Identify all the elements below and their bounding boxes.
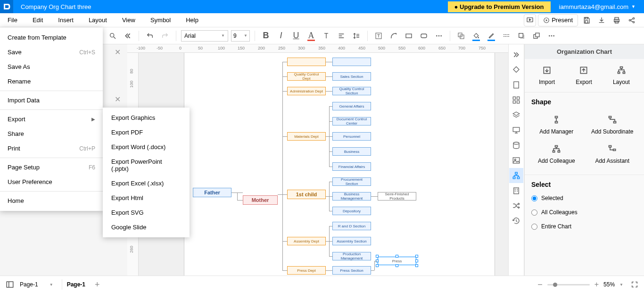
selection-handle[interactable] — [376, 255, 379, 258]
org-node[interactable]: Procurement Section — [332, 177, 371, 186]
selection-handle[interactable] — [396, 255, 398, 258]
orgchart-tool-icon[interactable] — [509, 168, 523, 183]
document-title[interactable]: Company Org Chart three — [21, 3, 91, 10]
org-node[interactable]: Press Section — [332, 266, 371, 275]
org-node[interactable]: General Affairs — [332, 102, 371, 110]
slideshow-icon[interactable] — [524, 14, 536, 26]
org-node[interactable]: Administration Dept — [287, 87, 326, 95]
expand-right-icon[interactable] — [509, 47, 523, 62]
data-tool-icon[interactable] — [509, 138, 523, 153]
export-button[interactable]: Export — [576, 66, 592, 85]
text-tool-icon[interactable] — [372, 30, 385, 42]
radio-all-colleagues-input[interactable] — [531, 209, 537, 216]
close-icon[interactable]: ✕ — [110, 48, 124, 57]
connector-tool-icon[interactable] — [388, 30, 400, 42]
export-html[interactable]: Export Html — [103, 191, 190, 205]
collapse-left-icon[interactable] — [122, 30, 134, 42]
group-icon[interactable] — [455, 30, 467, 42]
pages-panel-icon[interactable] — [6, 280, 14, 289]
font-color-button[interactable]: A — [305, 30, 317, 42]
org-node[interactable]: Quality Control Dept — [287, 72, 326, 81]
menu-help[interactable]: Help — [178, 13, 206, 27]
radio-selected-input[interactable] — [531, 195, 537, 201]
font-family-select[interactable]: Arial ▼ — [181, 30, 228, 42]
org-node[interactable]: Press Dept — [287, 266, 326, 275]
layout-button[interactable]: Layout — [613, 66, 630, 85]
add-manager-button[interactable]: Add Manager — [528, 110, 585, 140]
print-icon[interactable] — [610, 15, 623, 26]
radio-entire-chart[interactable]: Entire Chart — [525, 219, 644, 234]
org-node[interactable] — [332, 58, 371, 66]
arrange-button[interactable] — [530, 30, 543, 42]
line-spacing-button[interactable] — [350, 30, 363, 42]
org-node-father[interactable]: Father — [193, 188, 231, 197]
zoom-slider[interactable] — [547, 284, 590, 285]
menu-export[interactable]: Export▶ — [0, 112, 103, 126]
org-node[interactable]: Assembly Dept — [287, 237, 326, 245]
add-subordinate-button[interactable]: Add Subordinate — [585, 110, 641, 140]
org-node[interactable]: Document Control Center — [332, 117, 371, 126]
menu-save-as[interactable]: Save As — [0, 59, 103, 74]
import-button[interactable]: Import — [539, 66, 555, 85]
share-icon[interactable] — [625, 15, 638, 26]
shadow-button[interactable] — [515, 30, 528, 42]
menu-import-data[interactable]: Import Data — [0, 93, 103, 108]
menu-edit[interactable]: Edit — [25, 13, 50, 27]
italic-button[interactable]: I — [275, 30, 287, 42]
app-logo[interactable] — [0, 0, 13, 13]
org-node[interactable]: Business — [332, 147, 371, 156]
more-shapes-icon[interactable] — [433, 30, 445, 42]
fill-tool-icon[interactable] — [509, 62, 523, 77]
export-google-slide[interactable]: Google Slide — [103, 220, 190, 234]
zoom-out-button[interactable]: − — [537, 280, 543, 290]
menu-symbol[interactable]: Symbol — [143, 13, 178, 27]
org-node[interactable]: Financial Affairs — [332, 162, 371, 171]
org-node[interactable]: Sales Section — [332, 72, 371, 81]
add-assistant-button[interactable]: Add Assistant — [585, 140, 641, 169]
layers-tool-icon[interactable] — [509, 108, 523, 123]
menu-print[interactable]: PrintCtrl+P — [0, 141, 103, 156]
history-tool-icon[interactable] — [509, 213, 523, 228]
org-node[interactable]: Quality Control Section — [332, 87, 371, 95]
export-word[interactable]: Export Word (.docx) — [103, 140, 190, 154]
page-tab[interactable]: Page-1 — [62, 281, 90, 288]
menu-rename[interactable]: Rename — [0, 74, 103, 89]
more-icon[interactable] — [545, 30, 558, 42]
org-node[interactable]: Personnel — [332, 132, 371, 141]
org-node-child[interactable]: 1st child — [287, 190, 326, 199]
menu-view[interactable]: View — [115, 13, 143, 27]
radio-entire-chart-input[interactable] — [531, 224, 537, 230]
export-svg[interactable]: Export SVG — [103, 205, 190, 220]
font-size-select[interactable]: 9 ▼ — [231, 30, 250, 42]
export-excel[interactable]: Export Excel (.xlsx) — [103, 176, 190, 191]
export-graphics[interactable]: Export Graphics — [103, 110, 190, 125]
line-color-button[interactable] — [485, 30, 497, 42]
bold-button[interactable]: B — [260, 30, 272, 42]
radio-selected[interactable]: Selected — [525, 191, 644, 205]
menu-insert[interactable]: Insert — [50, 13, 81, 27]
export-pdf[interactable]: Export PDF — [103, 125, 190, 140]
org-node[interactable]: Business Management — [332, 192, 371, 201]
close-icon[interactable]: ✕ — [110, 95, 124, 104]
redo-icon[interactable] — [159, 30, 171, 42]
org-node[interactable]: Semi-Finished Products — [378, 192, 416, 201]
menu-create-template[interactable]: Create from Template — [0, 30, 103, 45]
menu-layout[interactable]: Layout — [81, 13, 115, 27]
underline-button[interactable]: U — [290, 30, 302, 42]
menu-file[interactable]: File — [0, 13, 25, 27]
menu-home[interactable]: Home — [0, 193, 103, 208]
org-node[interactable]: Production Management — [332, 252, 371, 260]
add-page-button[interactable]: + — [90, 280, 105, 290]
selection-handle[interactable] — [415, 255, 418, 258]
download-icon[interactable] — [595, 15, 608, 26]
save-icon[interactable] — [580, 15, 593, 26]
org-node[interactable] — [287, 58, 326, 66]
org-node[interactable]: Depository — [332, 207, 371, 215]
menu-share[interactable]: Share — [0, 126, 103, 141]
selection-handle[interactable] — [415, 260, 418, 262]
shuffle-tool-icon[interactable] — [509, 198, 523, 213]
menu-user-preference[interactable]: User Preference — [0, 175, 103, 189]
line-style-button[interactable] — [500, 30, 512, 42]
shape-rounded-icon[interactable] — [418, 30, 430, 42]
fullscreen-icon[interactable] — [631, 281, 638, 288]
